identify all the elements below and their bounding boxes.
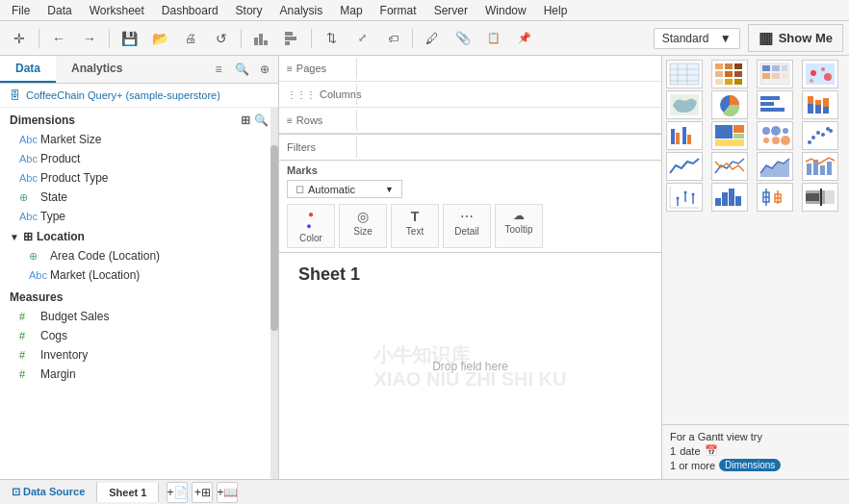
- back-btn[interactable]: ←: [45, 25, 72, 52]
- datasource-tab[interactable]: ⊡ Data Source: [0, 482, 97, 502]
- menu-window[interactable]: Window: [477, 2, 534, 19]
- marks-text-btn[interactable]: T Text: [391, 204, 439, 248]
- status-bar: ⊡ Data Source Sheet 1 +📄 +⊞ +📖: [0, 479, 849, 504]
- menu-worksheet[interactable]: Worksheet: [82, 2, 152, 19]
- chart-dual-combo[interactable]: [802, 152, 838, 181]
- chart-horizontal-bar[interactable]: [757, 90, 793, 119]
- chart-scatter2[interactable]: [666, 183, 703, 212]
- dim-product-type[interactable]: Abc Product Type: [0, 168, 278, 188]
- undo-btn[interactable]: ↺: [208, 25, 235, 52]
- label-btn[interactable]: 🏷: [379, 25, 406, 52]
- left-content: Dimensions ⊞ 🔍 Abc Market Size Abc Produ…: [0, 108, 278, 479]
- open-btn[interactable]: 📂: [146, 25, 173, 52]
- highlight-btn[interactable]: 🖊: [419, 25, 446, 52]
- marks-color-btn[interactable]: ●● Color: [287, 204, 335, 248]
- chart-circle-view[interactable]: [757, 121, 793, 150]
- save-btn[interactable]: 💾: [116, 25, 142, 52]
- dim-type[interactable]: Abc Type: [0, 207, 278, 226]
- location-group[interactable]: ▼ ⊞ Location: [0, 226, 278, 246]
- dim-state[interactable]: ⊕ State: [0, 188, 278, 207]
- tab-data[interactable]: Data: [0, 56, 56, 83]
- view-area[interactable]: 小牛知识库XIAO NIU ZHI SHI KU Sheet 1 Drop fi…: [279, 253, 661, 479]
- print-btn[interactable]: 🖨: [177, 25, 204, 52]
- search-icon[interactable]: 🔍: [232, 60, 251, 79]
- chart-btn2[interactable]: [278, 25, 305, 52]
- dim-market-location[interactable]: Abc Market (Location): [0, 265, 278, 285]
- new-story-btn[interactable]: +📖: [217, 482, 238, 503]
- standard-dropdown[interactable]: Standard ▼: [654, 28, 740, 49]
- columns-content[interactable]: [356, 84, 661, 105]
- menu-bar: File Data Worksheet Dashboard Story Anal…: [0, 0, 849, 21]
- menu-map[interactable]: Map: [332, 2, 370, 19]
- annotation-btn[interactable]: 📎: [450, 25, 476, 52]
- pages-content[interactable]: [356, 58, 661, 79]
- data-source-info[interactable]: 🗄 CoffeeChain Query+ (sample-superstore): [0, 84, 278, 108]
- dim-product[interactable]: Abc Product: [0, 149, 278, 168]
- fit-btn[interactable]: ⤢: [348, 25, 375, 52]
- pin-btn[interactable]: 📌: [511, 25, 538, 52]
- menu-story[interactable]: Story: [228, 2, 270, 19]
- tooltip-btn[interactable]: 📋: [480, 25, 507, 52]
- measure-margin[interactable]: # Margin: [0, 365, 278, 384]
- chart-treemap[interactable]: [711, 121, 748, 150]
- menu-dashboard[interactable]: Dashboard: [154, 2, 226, 19]
- chart-pie[interactable]: [711, 90, 748, 119]
- move-tool-btn[interactable]: ✛: [6, 25, 33, 52]
- menu-server[interactable]: Server: [426, 2, 476, 19]
- rows-content[interactable]: [356, 110, 661, 131]
- chart-symbol-map[interactable]: [802, 60, 838, 88]
- menu-format[interactable]: Format: [373, 2, 424, 19]
- measure-inventory[interactable]: # Inventory: [0, 345, 278, 365]
- forward-btn[interactable]: →: [76, 25, 103, 52]
- marks-detail-btn[interactable]: ⋯ Detail: [443, 204, 491, 248]
- menu-analysis[interactable]: Analysis: [272, 2, 331, 19]
- chart-heat-map[interactable]: [711, 60, 748, 88]
- marks-tooltip-btn[interactable]: ☁ Tooltip: [495, 204, 543, 248]
- chart-area[interactable]: [757, 152, 793, 181]
- svg-point-31: [824, 73, 832, 81]
- marks-size-btn[interactable]: ◎ Size: [339, 204, 387, 248]
- dim-market-size[interactable]: Abc Market Size: [0, 130, 278, 149]
- measure-cogs[interactable]: # Cogs: [0, 326, 278, 345]
- chart-side-by-side[interactable]: [666, 121, 703, 150]
- chart-stacked-bar[interactable]: [802, 90, 838, 119]
- svg-rect-5: [285, 41, 290, 45]
- chart-filled-map[interactable]: [666, 90, 703, 119]
- dropdown-arrow: ▼: [720, 32, 732, 45]
- tab-analytics[interactable]: Analytics: [56, 56, 138, 83]
- tooltip-icon: ☁: [513, 209, 525, 222]
- marks-type-dropdown[interactable]: ◻ Automatic ▼: [287, 180, 402, 198]
- grid-icon[interactable]: ⊞: [241, 113, 250, 127]
- menu-help[interactable]: Help: [536, 2, 576, 19]
- svg-rect-3: [285, 32, 293, 36]
- sheet1-tab[interactable]: Sheet 1: [97, 483, 159, 502]
- measure-budget-sales[interactable]: # Budget Sales: [0, 307, 278, 326]
- chart-scatter[interactable]: [802, 121, 838, 150]
- new-dashboard-btn[interactable]: +⊞: [192, 482, 213, 503]
- measures-header: Measures: [0, 285, 278, 307]
- expand-icon[interactable]: ⊕: [255, 60, 274, 79]
- show-me-button[interactable]: ▦ Show Me: [748, 24, 843, 52]
- chart-btn1[interactable]: [247, 25, 274, 52]
- new-sheet-btn[interactable]: +📄: [167, 482, 188, 503]
- swap-btn[interactable]: ⇅: [318, 25, 345, 52]
- chart-bullet[interactable]: [802, 183, 838, 212]
- chart-line[interactable]: [666, 152, 703, 181]
- filters-content[interactable]: [356, 137, 661, 158]
- sheet-title: Sheet 1: [298, 265, 360, 285]
- chart-text-table[interactable]: [666, 60, 703, 88]
- search-dim-icon[interactable]: 🔍: [254, 113, 269, 127]
- menu-data[interactable]: Data: [39, 2, 79, 19]
- chart-histogram[interactable]: [711, 183, 748, 212]
- dimensions-badge[interactable]: Dimensions: [719, 459, 781, 471]
- chart-box-whisker[interactable]: [757, 183, 793, 212]
- list-view-icon[interactable]: ≡: [209, 60, 228, 79]
- chart-dual-line[interactable]: [711, 152, 748, 181]
- svg-point-56: [772, 137, 780, 144]
- svg-point-52: [762, 127, 770, 135]
- dim-area-code[interactable]: ⊕ Area Code (Location): [0, 246, 278, 265]
- chart-highlight-table[interactable]: [757, 60, 793, 88]
- svg-rect-35: [760, 96, 780, 100]
- menu-file[interactable]: File: [4, 2, 38, 19]
- left-scrollbar[interactable]: [270, 108, 278, 479]
